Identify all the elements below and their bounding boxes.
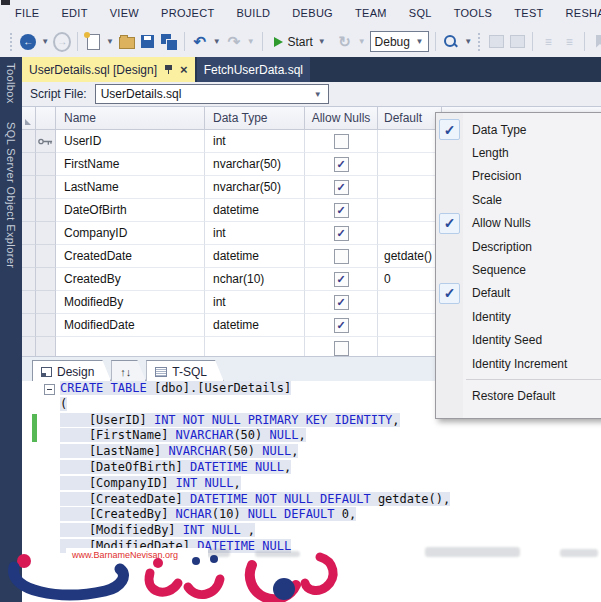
undo-dropdown-caret[interactable]: ▼ [212, 37, 222, 46]
toolbar-grip[interactable] [10, 33, 14, 51]
navigate-back-button[interactable]: ← [19, 31, 37, 53]
allow-nulls-checkbox[interactable] [334, 134, 349, 149]
row-selector[interactable] [22, 314, 36, 337]
cell-default[interactable] [378, 199, 442, 222]
row-selector[interactable] [22, 199, 36, 222]
cell-name[interactable]: FirstName [56, 153, 205, 176]
tab-userdetails-design[interactable]: UserDetails.sql [Design] × [22, 57, 195, 82]
cell-default[interactable] [378, 130, 442, 153]
disabled-tool-button[interactable] [508, 31, 526, 53]
menu-item-project[interactable]: PROJECT [150, 7, 225, 19]
find-options-caret[interactable]: ▼ [463, 37, 473, 46]
swap-panes-button[interactable]: ↑↓ [111, 360, 146, 382]
cell-data-type[interactable]: nvarchar(50) [205, 153, 305, 176]
allow-nulls-checkbox[interactable]: ✓ [334, 226, 349, 241]
sidebar-item-sql-server-object-explorer[interactable]: SQL Server Object Explorer [5, 122, 17, 268]
column-header-default[interactable]: Default [378, 107, 442, 130]
row-selector[interactable] [22, 268, 36, 291]
menu-item-view[interactable]: VIEW [99, 7, 150, 19]
code-line[interactable]: [FirstName] NVARCHAR(50) NULL, [22, 428, 601, 444]
menu-item-tools[interactable]: TOOLS [443, 7, 504, 19]
code-line[interactable]: [CreatedDate] DATETIME NOT NULL DEFAULT … [22, 492, 601, 508]
find-button[interactable] [442, 31, 460, 53]
cell-name[interactable]: UserID [56, 130, 205, 153]
cell-name[interactable]: CreatedDate [56, 245, 205, 268]
menu-item-resharper[interactable]: RESHARPER [555, 7, 601, 19]
cell-data-type[interactable]: int [205, 130, 305, 153]
new-file-button[interactable] [84, 31, 102, 53]
cell-data-type[interactable]: datetime [205, 245, 305, 268]
allow-nulls-checkbox[interactable]: ✓ [334, 318, 349, 333]
toolbar-grip[interactable] [478, 33, 482, 51]
cell-default[interactable] [378, 291, 442, 314]
cell-default[interactable] [378, 337, 442, 356]
redo-button[interactable]: ↷ [225, 31, 243, 53]
menu-item-sql[interactable]: SQL [398, 7, 443, 19]
row-selector[interactable] [22, 176, 36, 199]
decrease-indent-button[interactable]: ≡ [539, 31, 557, 53]
cell-default[interactable]: getdate() [378, 245, 442, 268]
back-dropdown-caret[interactable]: ▼ [40, 37, 50, 46]
menu-item-length[interactable]: Length [436, 141, 601, 164]
code-line[interactable]: [CompanyID] INT NULL, [22, 476, 601, 492]
cell-name[interactable]: DateOfBirth [56, 199, 205, 222]
cell-data-type[interactable]: int [205, 291, 305, 314]
restart-button[interactable]: ↻ [336, 31, 354, 53]
allow-nulls-checkbox[interactable]: ✓ [334, 272, 349, 287]
grid-corner-cell[interactable] [22, 107, 36, 130]
row-selector[interactable] [22, 153, 36, 176]
disabled-tool-button[interactable] [487, 31, 505, 53]
cell-data-type[interactable]: datetime [205, 314, 305, 337]
allow-nulls-checkbox[interactable]: ✓ [334, 203, 349, 218]
code-line[interactable]: [ModifiedBy] INT NULL , [22, 523, 601, 539]
cell-data-type[interactable] [205, 337, 305, 356]
row-selector[interactable] [22, 245, 36, 268]
allow-nulls-checkbox[interactable]: ✓ [334, 295, 349, 310]
new-file-dropdown-caret[interactable]: ▼ [105, 37, 115, 46]
menu-item-build[interactable]: BUILD [225, 7, 281, 19]
save-button[interactable] [139, 31, 157, 53]
cell-name[interactable] [56, 337, 205, 356]
undo-button[interactable]: ↶ [191, 31, 209, 53]
menu-item-file[interactable]: FILE [4, 7, 50, 19]
cell-name[interactable]: LastName [56, 176, 205, 199]
cell-name[interactable]: CompanyID [56, 222, 205, 245]
increase-indent-button[interactable]: ≡ [560, 31, 578, 53]
bookmark-button[interactable] [591, 31, 601, 53]
row-selector[interactable] [22, 130, 36, 153]
cell-name[interactable]: ModifiedBy [56, 291, 205, 314]
menu-item-sequence[interactable]: Sequence [436, 258, 601, 281]
menu-item-scale[interactable]: Scale [436, 188, 601, 211]
menu-item-allow-nulls[interactable]: ✓Allow Nulls [436, 212, 601, 235]
cell-default[interactable] [378, 153, 442, 176]
cell-default[interactable]: 0 [378, 268, 442, 291]
menu-item-restore-default[interactable]: Restore Default [436, 384, 601, 407]
column-header-allow-nulls[interactable]: Allow Nulls [305, 107, 378, 130]
cell-default[interactable] [378, 222, 442, 245]
cell-name[interactable]: CreatedBy [56, 268, 205, 291]
code-line[interactable]: [CreatedBy] NCHAR(10) NULL DEFAULT 0, [22, 507, 601, 523]
close-icon[interactable]: × [180, 64, 188, 76]
sidebar-item-toolbox[interactable]: Toolbox [5, 63, 17, 104]
collapse-region-icon[interactable] [44, 384, 55, 395]
code-line[interactable]: [LastName] NVARCHAR(50) NULL, [22, 444, 601, 460]
cell-data-type[interactable]: nchar(10) [205, 268, 305, 291]
menu-item-team[interactable]: TEAM [344, 7, 398, 19]
tab-fetchuserdata[interactable]: FetchUserData.sql [197, 57, 310, 82]
restart-dropdown-caret[interactable]: ▼ [357, 37, 367, 46]
navigate-forward-button[interactable]: → [53, 31, 71, 53]
open-file-button[interactable] [118, 31, 136, 53]
menu-item-test[interactable]: TEST [503, 7, 554, 19]
row-selector[interactable] [22, 222, 36, 245]
menu-item-description[interactable]: Description [436, 235, 601, 258]
tab-tsql[interactable]: T-SQL [146, 360, 224, 382]
menu-item-identity-increment[interactable]: Identity Increment [436, 352, 601, 375]
cell-default[interactable] [378, 314, 442, 337]
script-file-combobox[interactable]: UserDetails.sql ▼ [95, 84, 329, 104]
cell-default[interactable] [378, 176, 442, 199]
cell-data-type[interactable]: int [205, 222, 305, 245]
menu-item-identity[interactable]: Identity [436, 305, 601, 328]
cell-data-type[interactable]: nvarchar(50) [205, 176, 305, 199]
menu-item-debug[interactable]: DEBUG [281, 7, 344, 19]
redo-dropdown-caret[interactable]: ▼ [246, 37, 256, 46]
